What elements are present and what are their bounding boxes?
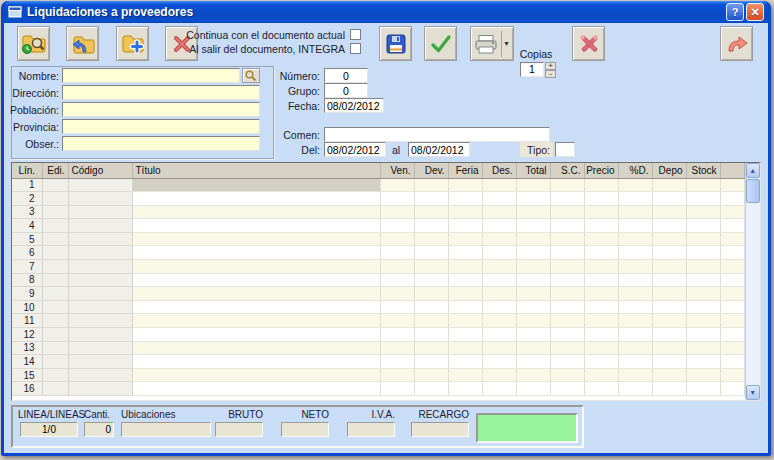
cell-des[interactable] <box>482 382 516 396</box>
cell-depo[interactable] <box>652 192 686 206</box>
scroll-down-icon[interactable]: ▼ <box>746 385 761 400</box>
cell-sc[interactable] <box>550 219 584 233</box>
provincia-field[interactable] <box>62 119 260 134</box>
cell-titulo[interactable] <box>132 314 380 328</box>
cell-dev[interactable] <box>414 246 448 260</box>
continue-document-checkbox[interactable] <box>350 29 361 40</box>
help-button[interactable]: ? <box>726 3 744 21</box>
cell-feria[interactable] <box>448 355 482 369</box>
cell-stock[interactable] <box>686 178 720 192</box>
cell-total[interactable] <box>516 246 550 260</box>
scroll-up-icon[interactable]: ▲ <box>746 163 761 178</box>
cell-depo[interactable] <box>652 246 686 260</box>
open-document-button[interactable] <box>66 26 99 61</box>
cell-filler[interactable] <box>720 232 744 246</box>
cell-edi[interactable] <box>42 314 68 328</box>
scrollbar-thumb[interactable] <box>746 179 761 203</box>
cell-dev[interactable] <box>414 328 448 342</box>
cell-precio[interactable] <box>584 273 618 287</box>
cell-codigo[interactable] <box>68 300 132 314</box>
cell-codigo[interactable] <box>68 314 132 328</box>
cell-filler[interactable] <box>720 355 744 369</box>
cell-ven[interactable] <box>380 219 414 233</box>
cell-total[interactable] <box>516 328 550 342</box>
cell-pd[interactable] <box>618 300 652 314</box>
cell-des[interactable] <box>482 192 516 206</box>
cell-stock[interactable] <box>686 314 720 328</box>
cell-sc[interactable] <box>550 232 584 246</box>
cell-pd[interactable] <box>618 273 652 287</box>
cell-feria[interactable] <box>448 382 482 396</box>
obser-field[interactable] <box>62 136 260 151</box>
cell-filler[interactable] <box>720 246 744 260</box>
cell-precio[interactable] <box>584 232 618 246</box>
cell-feria[interactable] <box>448 341 482 355</box>
close-button[interactable]: ✕ <box>746 3 764 21</box>
cell-ven[interactable] <box>380 205 414 219</box>
cell-titulo[interactable] <box>132 205 380 219</box>
cell-feria[interactable] <box>448 287 482 301</box>
cell-edi[interactable] <box>42 246 68 260</box>
cell-titulo[interactable] <box>132 260 380 274</box>
cell-ven[interactable] <box>380 314 414 328</box>
cell-titulo[interactable] <box>132 341 380 355</box>
cell-sc[interactable] <box>550 300 584 314</box>
cell-ven[interactable] <box>380 192 414 206</box>
cell-precio[interactable] <box>584 287 618 301</box>
cell-precio[interactable] <box>584 355 618 369</box>
cell-titulo[interactable] <box>132 300 380 314</box>
cell-filler[interactable] <box>720 205 744 219</box>
titlebar[interactable]: Liquidaciones a proveedores ? ✕ <box>4 1 768 23</box>
cell-titulo[interactable] <box>132 287 380 301</box>
copias-value[interactable]: 1 <box>520 62 544 77</box>
cell-codigo[interactable] <box>68 368 132 382</box>
cell-dev[interactable] <box>414 232 448 246</box>
cell-dev[interactable] <box>414 192 448 206</box>
cell-total[interactable] <box>516 260 550 274</box>
cell-total[interactable] <box>516 314 550 328</box>
cell-edi[interactable] <box>42 205 68 219</box>
cell-ven[interactable] <box>380 260 414 274</box>
cell-precio[interactable] <box>584 382 618 396</box>
cell-dev[interactable] <box>414 341 448 355</box>
cell-pd[interactable] <box>618 287 652 301</box>
cell-pd[interactable] <box>618 260 652 274</box>
cell-total[interactable] <box>516 287 550 301</box>
cell-pd[interactable] <box>618 192 652 206</box>
cell-edi[interactable] <box>42 300 68 314</box>
cell-sc[interactable] <box>550 341 584 355</box>
cell-codigo[interactable] <box>68 382 132 396</box>
cell-sc[interactable] <box>550 368 584 382</box>
cell-des[interactable] <box>482 355 516 369</box>
cell-ven[interactable] <box>380 232 414 246</box>
cell-precio[interactable] <box>584 246 618 260</box>
cell-ven[interactable] <box>380 368 414 382</box>
cell-titulo[interactable] <box>132 232 380 246</box>
cell-stock[interactable] <box>686 355 720 369</box>
cell-edi[interactable] <box>42 273 68 287</box>
cell-filler[interactable] <box>720 300 744 314</box>
del-fecha-field[interactable] <box>324 142 386 157</box>
cell-dev[interactable] <box>414 314 448 328</box>
cell-filler[interactable] <box>720 341 744 355</box>
cell-stock[interactable] <box>686 260 720 274</box>
cell-des[interactable] <box>482 314 516 328</box>
cell-feria[interactable] <box>448 205 482 219</box>
cell-stock[interactable] <box>686 341 720 355</box>
cell-pd[interactable] <box>618 246 652 260</box>
cell-des[interactable] <box>482 232 516 246</box>
cell-titulo[interactable] <box>132 246 380 260</box>
cell-stock[interactable] <box>686 205 720 219</box>
cell-filler[interactable] <box>720 192 744 206</box>
cell-des[interactable] <box>482 246 516 260</box>
confirm-button[interactable] <box>424 26 457 61</box>
cell-precio[interactable] <box>584 178 618 192</box>
cell-feria[interactable] <box>448 246 482 260</box>
cell-stock[interactable] <box>686 246 720 260</box>
cell-titulo[interactable] <box>132 219 380 233</box>
cell-sc[interactable] <box>550 328 584 342</box>
cell-des[interactable] <box>482 300 516 314</box>
cell-edi[interactable] <box>42 382 68 396</box>
vertical-scrollbar[interactable]: ▲ ▼ <box>745 163 761 400</box>
cell-sc[interactable] <box>550 246 584 260</box>
